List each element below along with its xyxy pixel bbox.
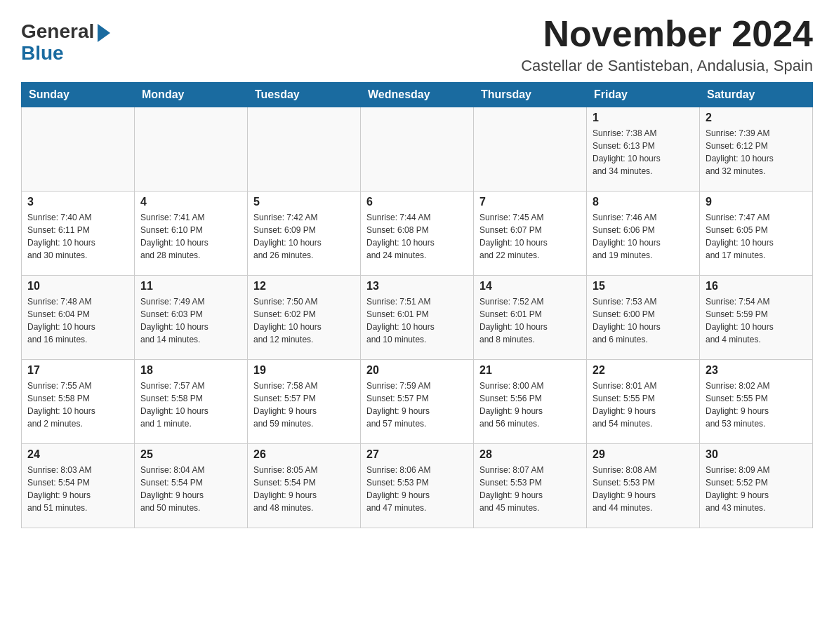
calendar-cell: 21Sunrise: 8:00 AM Sunset: 5:56 PM Dayli… — [474, 360, 587, 444]
day-number: 21 — [479, 364, 581, 377]
calendar-cell: 9Sunrise: 7:47 AM Sunset: 6:05 PM Daylig… — [700, 192, 813, 276]
day-info: Sunrise: 7:39 AM Sunset: 6:12 PM Dayligh… — [706, 127, 807, 177]
day-number: 14 — [479, 280, 581, 293]
day-number: 28 — [479, 448, 581, 461]
day-info: Sunrise: 7:52 AM Sunset: 6:01 PM Dayligh… — [479, 295, 581, 346]
day-info: Sunrise: 7:47 AM Sunset: 6:05 PM Dayligh… — [706, 211, 807, 262]
week-row-2: 3Sunrise: 7:40 AM Sunset: 6:11 PM Daylig… — [22, 192, 813, 276]
header-saturday: Saturday — [700, 83, 813, 107]
calendar-cell — [248, 107, 361, 192]
logo-general-text: General — [21, 22, 94, 41]
calendar-header-row: SundayMondayTuesdayWednesdayThursdayFrid… — [22, 83, 813, 107]
day-info: Sunrise: 8:08 AM Sunset: 5:53 PM Dayligh… — [593, 464, 694, 514]
day-number: 9 — [706, 196, 807, 208]
day-info: Sunrise: 7:58 AM Sunset: 5:57 PM Dayligh… — [253, 380, 355, 430]
calendar-cell — [22, 107, 135, 192]
calendar-cell — [135, 107, 248, 192]
day-number: 26 — [253, 448, 355, 461]
day-info: Sunrise: 7:48 AM Sunset: 6:04 PM Dayligh… — [27, 295, 128, 346]
day-number: 13 — [366, 280, 468, 293]
day-info: Sunrise: 7:49 AM Sunset: 6:03 PM Dayligh… — [140, 295, 241, 346]
calendar-cell: 4Sunrise: 7:41 AM Sunset: 6:10 PM Daylig… — [135, 192, 248, 276]
week-row-5: 24Sunrise: 8:03 AM Sunset: 5:54 PM Dayli… — [22, 444, 813, 528]
day-info: Sunrise: 8:07 AM Sunset: 5:53 PM Dayligh… — [479, 464, 581, 514]
day-info: Sunrise: 7:41 AM Sunset: 6:10 PM Dayligh… — [140, 211, 241, 262]
day-number: 17 — [27, 364, 128, 377]
day-number: 10 — [27, 280, 128, 293]
calendar-cell: 25Sunrise: 8:04 AM Sunset: 5:54 PM Dayli… — [135, 444, 248, 528]
day-info: Sunrise: 7:55 AM Sunset: 5:58 PM Dayligh… — [27, 380, 128, 430]
day-number: 5 — [253, 196, 355, 208]
calendar-cell: 17Sunrise: 7:55 AM Sunset: 5:58 PM Dayli… — [22, 360, 135, 444]
calendar-cell: 16Sunrise: 7:54 AM Sunset: 5:59 PM Dayli… — [700, 276, 813, 360]
day-info: Sunrise: 7:57 AM Sunset: 5:58 PM Dayligh… — [140, 380, 241, 430]
day-number: 22 — [593, 364, 694, 377]
day-number: 30 — [706, 448, 807, 461]
calendar-cell: 24Sunrise: 8:03 AM Sunset: 5:54 PM Dayli… — [22, 444, 135, 528]
calendar-cell: 20Sunrise: 7:59 AM Sunset: 5:57 PM Dayli… — [361, 360, 474, 444]
day-number: 27 — [366, 448, 468, 461]
day-info: Sunrise: 8:03 AM Sunset: 5:54 PM Dayligh… — [27, 464, 128, 514]
calendar-cell: 12Sunrise: 7:50 AM Sunset: 6:02 PM Dayli… — [248, 276, 361, 360]
day-number: 23 — [706, 364, 807, 377]
title-section: November 2024 Castellar de Santisteban, … — [521, 14, 813, 75]
calendar-cell: 5Sunrise: 7:42 AM Sunset: 6:09 PM Daylig… — [248, 192, 361, 276]
day-number: 19 — [253, 364, 355, 377]
day-info: Sunrise: 7:38 AM Sunset: 6:13 PM Dayligh… — [593, 127, 694, 177]
location-subtitle: Castellar de Santisteban, Andalusia, Spa… — [521, 57, 813, 75]
day-info: Sunrise: 7:45 AM Sunset: 6:07 PM Dayligh… — [479, 211, 581, 262]
calendar-cell: 22Sunrise: 8:01 AM Sunset: 5:55 PM Dayli… — [587, 360, 700, 444]
header-sunday: Sunday — [22, 83, 135, 107]
calendar-cell: 2Sunrise: 7:39 AM Sunset: 6:12 PM Daylig… — [700, 107, 813, 192]
day-number: 11 — [140, 280, 241, 293]
calendar-cell: 19Sunrise: 7:58 AM Sunset: 5:57 PM Dayli… — [248, 360, 361, 444]
day-info: Sunrise: 8:06 AM Sunset: 5:53 PM Dayligh… — [366, 464, 468, 514]
day-number: 16 — [706, 280, 807, 293]
header-monday: Monday — [135, 83, 248, 107]
day-info: Sunrise: 8:02 AM Sunset: 5:55 PM Dayligh… — [706, 380, 807, 430]
day-number: 6 — [366, 196, 468, 208]
day-number: 29 — [593, 448, 694, 461]
day-number: 15 — [593, 280, 694, 293]
calendar-cell: 18Sunrise: 7:57 AM Sunset: 5:58 PM Dayli… — [135, 360, 248, 444]
day-number: 1 — [593, 112, 694, 124]
calendar-cell: 14Sunrise: 7:52 AM Sunset: 6:01 PM Dayli… — [474, 276, 587, 360]
calendar-cell: 13Sunrise: 7:51 AM Sunset: 6:01 PM Dayli… — [361, 276, 474, 360]
day-info: Sunrise: 7:54 AM Sunset: 5:59 PM Dayligh… — [706, 295, 807, 346]
calendar-cell: 27Sunrise: 8:06 AM Sunset: 5:53 PM Dayli… — [361, 444, 474, 528]
day-number: 18 — [140, 364, 241, 377]
header-tuesday: Tuesday — [248, 83, 361, 107]
week-row-1: 1Sunrise: 7:38 AM Sunset: 6:13 PM Daylig… — [22, 107, 813, 192]
day-info: Sunrise: 7:40 AM Sunset: 6:11 PM Dayligh… — [27, 211, 128, 262]
calendar-cell: 26Sunrise: 8:05 AM Sunset: 5:54 PM Dayli… — [248, 444, 361, 528]
day-number: 7 — [479, 196, 581, 208]
day-info: Sunrise: 8:00 AM Sunset: 5:56 PM Dayligh… — [479, 380, 581, 430]
calendar-cell: 1Sunrise: 7:38 AM Sunset: 6:13 PM Daylig… — [587, 107, 700, 192]
day-info: Sunrise: 7:59 AM Sunset: 5:57 PM Dayligh… — [366, 380, 468, 430]
page-header: General Blue November 2024 Castellar de … — [21, 14, 813, 75]
day-info: Sunrise: 7:46 AM Sunset: 6:06 PM Dayligh… — [593, 211, 694, 262]
calendar-cell: 15Sunrise: 7:53 AM Sunset: 6:00 PM Dayli… — [587, 276, 700, 360]
month-year-title: November 2024 — [521, 14, 813, 54]
day-number: 3 — [27, 196, 128, 208]
calendar-cell: 23Sunrise: 8:02 AM Sunset: 5:55 PM Dayli… — [700, 360, 813, 444]
day-number: 24 — [27, 448, 128, 461]
day-number: 4 — [140, 196, 241, 208]
day-number: 20 — [366, 364, 468, 377]
day-info: Sunrise: 7:53 AM Sunset: 6:00 PM Dayligh… — [593, 295, 694, 346]
calendar-cell — [474, 107, 587, 192]
header-thursday: Thursday — [474, 83, 587, 107]
day-info: Sunrise: 8:09 AM Sunset: 5:52 PM Dayligh… — [706, 464, 807, 514]
calendar-cell: 10Sunrise: 7:48 AM Sunset: 6:04 PM Dayli… — [22, 276, 135, 360]
day-info: Sunrise: 7:44 AM Sunset: 6:08 PM Dayligh… — [366, 211, 468, 262]
day-info: Sunrise: 7:51 AM Sunset: 6:01 PM Dayligh… — [366, 295, 468, 346]
header-wednesday: Wednesday — [361, 83, 474, 107]
week-row-3: 10Sunrise: 7:48 AM Sunset: 6:04 PM Dayli… — [22, 276, 813, 360]
calendar-cell: 6Sunrise: 7:44 AM Sunset: 6:08 PM Daylig… — [361, 192, 474, 276]
day-info: Sunrise: 7:42 AM Sunset: 6:09 PM Dayligh… — [253, 211, 355, 262]
calendar-cell — [361, 107, 474, 192]
day-info: Sunrise: 7:50 AM Sunset: 6:02 PM Dayligh… — [253, 295, 355, 346]
day-number: 8 — [593, 196, 694, 208]
day-number: 2 — [706, 112, 807, 124]
day-info: Sunrise: 8:01 AM Sunset: 5:55 PM Dayligh… — [593, 380, 694, 430]
